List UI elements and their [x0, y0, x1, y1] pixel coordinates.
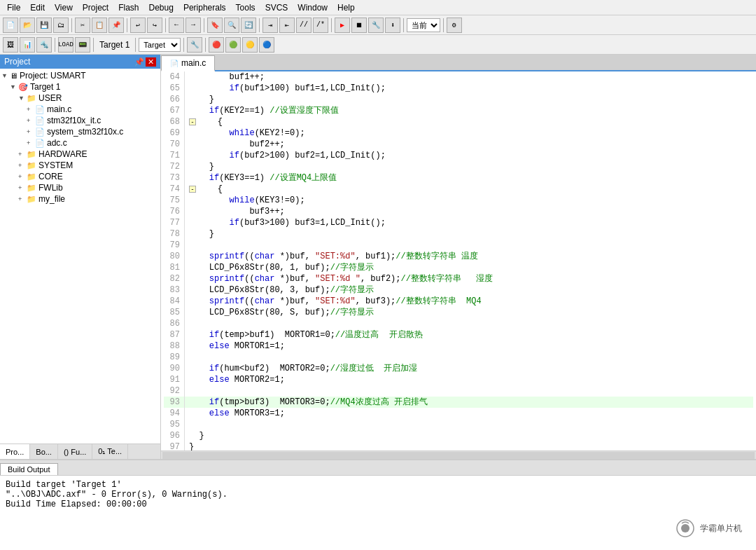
nav-fwd-button[interactable]: → — [186, 18, 201, 33]
download-button[interactable]: ⬇ — [385, 18, 400, 33]
toggle-block-comment-button[interactable]: /* — [313, 18, 328, 33]
tb2-load[interactable]: LOAD — [58, 37, 74, 53]
target1-toggle[interactable]: ▼ — [10, 83, 17, 90]
tree-target1[interactable]: ▼ 🎯 Target 1 — [1, 81, 159, 92]
line-number: 76 — [164, 206, 185, 217]
cut-button[interactable]: ✂ — [75, 18, 90, 33]
core-toggle[interactable]: + — [18, 173, 25, 180]
open-button[interactable]: 📂 — [20, 18, 35, 33]
adc-toggle[interactable]: + — [27, 139, 34, 146]
tree-fwlib[interactable]: + 📁 FWLib — [1, 182, 159, 193]
tb2-yellow-btn[interactable]: 🟡 — [242, 37, 258, 53]
menu-peripherals[interactable]: Peripherals — [179, 1, 230, 14]
proj-tab-books[interactable]: Bo... — [30, 444, 58, 459]
horizontal-scrollbar[interactable] — [161, 451, 756, 459]
target-combo[interactable]: Target 1 — [139, 38, 181, 52]
main-c-toggle[interactable]: + — [27, 106, 34, 113]
save-button[interactable]: 💾 — [36, 18, 52, 33]
menu-flash[interactable]: Flash — [114, 1, 143, 14]
tree-main-c[interactable]: + 📄 main.c — [1, 104, 159, 115]
user-toggle[interactable]: ▼ — [18, 95, 25, 102]
sys-toggle[interactable]: + — [18, 162, 25, 169]
code-line-90: 90 if(hum<buf2) MORTOR2=0;//湿度过低 开启加湿 — [164, 363, 753, 374]
line-code: buf2++; — [189, 139, 753, 150]
tree-system[interactable]: + 📁 SYSTEM — [1, 160, 159, 171]
tb2-tools-btn[interactable]: 🔧 — [187, 37, 202, 53]
code-line-64: 64 buf1++; — [164, 71, 753, 83]
root-toggle[interactable]: ▼ — [1, 72, 8, 79]
line-number: 69 — [164, 128, 185, 139]
line-code: } — [189, 161, 753, 172]
tree-adc[interactable]: + 📄 adc.c — [1, 137, 159, 149]
pin-icon[interactable]: 📌 — [134, 57, 144, 67]
bookmark-button[interactable]: 🔖 — [207, 18, 223, 33]
sys-stm32-toggle[interactable]: + — [27, 128, 34, 135]
tree-myfile[interactable]: + 📁 my_file — [1, 193, 159, 205]
menu-svcs[interactable]: SVCS — [261, 1, 293, 14]
menu-window[interactable]: Window — [293, 1, 332, 14]
scroll-handle[interactable] — [162, 452, 755, 459]
menu-edit[interactable]: Edit — [26, 1, 49, 14]
main-c-icon: 📄 — [35, 105, 45, 114]
tree-core[interactable]: + 📁 CORE — [1, 171, 159, 182]
tb2-btn5[interactable]: 📟 — [75, 37, 90, 53]
tb2-blue-btn[interactable]: 🔵 — [259, 37, 274, 53]
copy-button[interactable]: 📋 — [92, 18, 107, 33]
stm32-toggle[interactable]: + — [27, 117, 34, 124]
tb2-btn1[interactable]: 🖼 — [3, 37, 18, 53]
code-content[interactable]: 64 buf1++;65 if(buf1>100) buf1=1,LCD_Ini… — [161, 71, 756, 451]
tb2-red-btn[interactable]: 🔴 — [209, 37, 224, 53]
line-number: 81 — [164, 262, 185, 273]
close-icon[interactable]: ✕ — [146, 57, 156, 67]
proj-tab-project[interactable]: Pro... — [0, 444, 30, 459]
tb2-btn2[interactable]: 📊 — [20, 37, 35, 53]
menu-project[interactable]: Project — [78, 1, 113, 14]
indent-button[interactable]: ⇥ — [262, 18, 278, 33]
editor-tab-main-c[interactable]: 📄 main.c — [161, 55, 215, 71]
line-number: 64 — [164, 71, 185, 83]
find-button[interactable]: 🔍 — [224, 18, 239, 33]
fw-toggle[interactable]: + — [18, 184, 25, 191]
save-all-button[interactable]: 🗂 — [53, 18, 69, 33]
build-button[interactable]: 🔧 — [368, 18, 384, 33]
target-selector[interactable]: 当前 — [407, 18, 440, 32]
menu-file[interactable]: File — [3, 1, 24, 14]
paste-button[interactable]: 📌 — [108, 18, 124, 33]
line-code: LCD_P6x8Str(80, 1, buf);//字符显示 — [189, 262, 753, 273]
hw-toggle[interactable]: + — [18, 151, 25, 158]
mf-toggle[interactable]: + — [18, 195, 25, 202]
code-line-74: 74- { — [164, 184, 753, 195]
menu-debug[interactable]: Debug — [145, 1, 178, 14]
bottom-tab-build[interactable]: Build Output — [0, 463, 58, 475]
replace-button[interactable]: 🔄 — [241, 18, 256, 33]
tree-system-stm32[interactable]: + 📄 system_stm32f10x.c — [1, 126, 159, 137]
menu-view[interactable]: View — [50, 1, 77, 14]
code-line-78: 78 } — [164, 228, 753, 240]
stop-button[interactable]: ⏹ — [351, 18, 367, 33]
tree-stm32f10x[interactable]: + 📄 stm32f10x_it.c — [1, 115, 159, 126]
tb2-sep4 — [183, 38, 184, 52]
code-line-72: 72 } — [164, 161, 753, 172]
watermark-logo-icon — [675, 518, 696, 539]
undo-button[interactable]: ↩ — [130, 18, 146, 33]
nav-back-button[interactable]: ← — [169, 18, 184, 33]
code-line-91: 91 else MORTOR2=1; — [164, 374, 753, 385]
tree-hardware[interactable]: + 📁 HARDWARE — [1, 149, 159, 160]
separator-3 — [165, 18, 166, 32]
tree-root[interactable]: ▼ 🖥 Project: USMART — [1, 70, 159, 81]
toggle-comment-button[interactable]: // — [296, 18, 312, 33]
new-file-button[interactable]: 📄 — [3, 18, 18, 33]
menu-tools[interactable]: Tools — [232, 1, 260, 14]
tree-user[interactable]: ▼ 📁 USER — [1, 92, 159, 104]
tb2-green-btn[interactable]: 🟢 — [225, 37, 241, 53]
menu-help[interactable]: Help — [333, 1, 359, 14]
outdent-button[interactable]: ⇤ — [279, 18, 295, 33]
tb2-btn3[interactable]: 🔩 — [36, 37, 52, 53]
code-line-75: 75 while(KEY3!=0); — [164, 195, 753, 206]
run-button[interactable]: ▶ — [335, 18, 350, 33]
proj-tab-templates[interactable]: 0₁ Te... — [92, 444, 128, 459]
code-line-87: 87 if(temp>buf1) MORTOR1=0;//温度过高 开启散热 — [164, 329, 753, 341]
settings-button[interactable]: ⚙ — [447, 18, 462, 33]
redo-button[interactable]: ↪ — [147, 18, 162, 33]
proj-tab-functions[interactable]: () Fu... — [58, 444, 92, 459]
